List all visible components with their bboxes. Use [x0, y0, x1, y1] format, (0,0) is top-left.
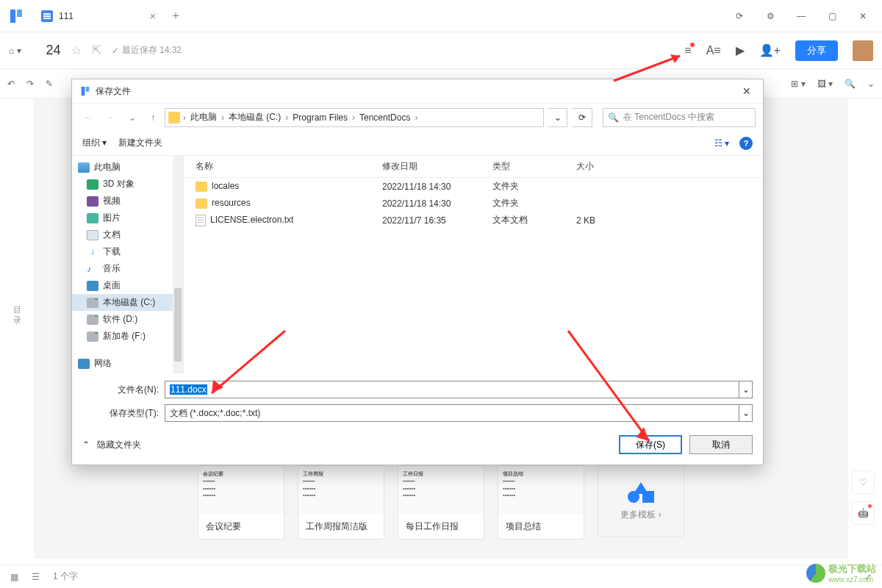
like-icon[interactable]: ♡ [851, 470, 875, 494]
file-list-header[interactable]: 名称 修改日期 类型 大小 [184, 156, 763, 178]
hide-folders-link[interactable]: 隐藏文件夹 [97, 439, 141, 451]
star-icon[interactable]: ☆ [71, 43, 82, 57]
settings-gear-icon[interactable]: ⚙ [756, 4, 785, 28]
col-name[interactable]: 名称 [191, 160, 378, 173]
tree-node[interactable]: 图片 [72, 209, 183, 226]
template-card[interactable]: 会议纪要━━━━••••••••••••••会议纪要 [198, 465, 284, 539]
close-tab-icon[interactable]: × [150, 10, 156, 22]
tree-node[interactable]: 文档 [72, 226, 183, 243]
filename-dropdown-icon[interactable]: ⌄ [739, 381, 753, 398]
view-grid-icon[interactable]: ▦ [10, 572, 18, 582]
svg-rect-0 [10, 10, 15, 23]
cancel-button[interactable]: 取消 [689, 435, 753, 454]
tree-node[interactable]: 软件 (D:) [72, 311, 183, 328]
dialog-title: 保存文件 [96, 85, 131, 98]
chevron-right-icon: › [351, 112, 356, 123]
folder-icon [196, 182, 207, 192]
avatar[interactable] [853, 40, 873, 61]
caret-icon[interactable]: ⌃ [82, 440, 90, 450]
window-close-icon[interactable]: ✕ [848, 4, 878, 28]
template-name: 项目总结 [498, 514, 584, 539]
help-icon[interactable]: ? [739, 137, 753, 150]
file-row[interactable]: locales2022/11/18 14:30文件夹 [184, 178, 763, 195]
tree-node[interactable]: ♪音乐 [72, 260, 183, 277]
nav-up-icon[interactable]: ↑ [146, 112, 160, 123]
col-type[interactable]: 类型 [488, 160, 572, 173]
more-icon[interactable]: ⌄ [867, 79, 875, 89]
outline-label[interactable]: 目录 [13, 304, 21, 325]
view-page-icon[interactable]: ☰ [32, 572, 40, 582]
dialog-search-input[interactable]: 🔍 在 TencentDocs 中搜索 [603, 108, 756, 127]
assistant-icon[interactable]: 🤖 [851, 501, 875, 525]
col-date[interactable]: 修改日期 [378, 160, 488, 173]
new-tab-button[interactable]: ＋ [165, 8, 187, 24]
template-card[interactable]: 项目总结━━━━••••••••••••••项目总结 [498, 465, 584, 539]
breadcrumb-bar[interactable]: › 此电脑›本地磁盘 (C:)›Program Files›TencentDoc… [165, 108, 544, 127]
window-minimize-icon[interactable]: — [786, 4, 816, 28]
dl-icon: ↓ [87, 247, 98, 257]
template-name: 会议纪要 [198, 514, 284, 539]
search-icon[interactable]: 🔍 [845, 79, 856, 89]
more-templates-button[interactable]: 更多模板 › [598, 465, 684, 537]
insert-icon[interactable]: ⊞ ▾ [791, 79, 805, 89]
template-preview: 项目总结━━━━•••••••••••••• [498, 466, 584, 514]
col-size[interactable]: 大小 [572, 160, 756, 173]
link-icon[interactable]: ⇱ [92, 43, 101, 57]
nav-forward-icon[interactable]: → [101, 112, 119, 123]
redo-icon[interactable]: ↷ [26, 79, 34, 89]
tree-node-label: 音乐 [103, 262, 121, 275]
word-count: 1 个字 [53, 570, 78, 583]
filetype-select[interactable]: 文档 (*.docx;*.doc;*.txt) [165, 404, 739, 422]
undo-icon[interactable]: ↶ [7, 79, 15, 89]
main-toolbar: ⌂ ▾ 24 ☆ ⇱ ✓最近保存 14:32 ≡ A≡ ▶ 👤+ 分享 [0, 32, 882, 69]
template-card[interactable]: 工作周报━━━━••••••••••••••工作周报简洁版 [298, 465, 384, 539]
dialog-titlebar: 保存文件 ✕ [72, 79, 763, 103]
filetype-dropdown-icon[interactable]: ⌄ [739, 404, 753, 422]
tree-node[interactable]: 视频 [72, 193, 183, 209]
save-button[interactable]: 保存(S) [619, 435, 682, 454]
page-number: 24 [46, 43, 61, 58]
mus-icon: ♪ [87, 264, 98, 274]
tree-node[interactable]: 本地磁盘 (C:) [72, 294, 183, 311]
document-tab[interactable]: 111 × [32, 4, 165, 29]
breadcrumb-segment[interactable]: Program Files [291, 112, 349, 123]
tree-node[interactable]: 此电脑 [72, 159, 183, 176]
share-button[interactable]: 分享 [795, 40, 838, 61]
menu-icon[interactable]: ≡ [684, 44, 691, 57]
image-icon[interactable]: 🖼 ▾ [817, 79, 833, 89]
home-button[interactable]: ⌂ ▾ [9, 46, 21, 56]
tree-node-label: 图片 [103, 212, 121, 224]
tree-node[interactable]: 网络 [72, 355, 183, 372]
sync-icon[interactable]: ⟳ [725, 4, 754, 28]
refresh-icon[interactable]: ⟳ [572, 108, 592, 127]
breadcrumb-dropdown-icon[interactable]: ⌄ [548, 108, 567, 127]
tree-scrollbar[interactable] [173, 156, 183, 373]
tree-node-label: 3D 对象 [103, 178, 135, 190]
view-mode-icon[interactable]: ☷ ▾ [714, 138, 729, 148]
tree-node[interactable]: ↓下载 [72, 243, 183, 260]
tree-node-label: 网络 [94, 357, 112, 370]
organize-menu[interactable]: 组织 ▾ [82, 137, 107, 149]
folder-tree[interactable]: 此电脑3D 对象视频图片文档↓下载♪音乐桌面本地磁盘 (C:)软件 (D:)新加… [72, 156, 184, 373]
format-paint-icon[interactable]: ✎ [46, 79, 53, 89]
app-logo[interactable] [0, 0, 32, 32]
dropdown-history-icon[interactable]: ⌄ [123, 112, 141, 123]
nav-back-icon[interactable]: ← [79, 112, 97, 123]
breadcrumb-segment[interactable]: TencentDocs [358, 112, 412, 123]
file-row[interactable]: LICENSE.electron.txt2022/11/7 16:35文本文档2… [184, 212, 763, 229]
chevron-right-icon: › [284, 112, 290, 123]
window-maximize-icon[interactable]: ▢ [817, 4, 847, 28]
new-folder-button[interactable]: 新建文件夹 [118, 137, 162, 149]
add-user-icon[interactable]: 👤+ [759, 43, 781, 57]
font-style-icon[interactable]: A≡ [706, 44, 721, 57]
breadcrumb-segment[interactable]: 此电脑 [189, 111, 218, 123]
tree-node[interactable]: 3D 对象 [72, 176, 183, 193]
template-card[interactable]: 工作日报━━━━••••••••••••••每日工作日报 [398, 465, 484, 539]
tree-node[interactable]: 新加卷 (F:) [72, 328, 183, 345]
dialog-close-icon[interactable]: ✕ [738, 85, 756, 97]
file-row[interactable]: resources2022/11/18 14:30文件夹 [184, 195, 763, 212]
breadcrumb-segment[interactable]: 本地磁盘 (C:) [227, 111, 282, 123]
filename-input[interactable]: 111.docx [165, 381, 739, 398]
tree-node[interactable]: 桌面 [72, 277, 183, 294]
present-icon[interactable]: ▶ [736, 43, 745, 57]
